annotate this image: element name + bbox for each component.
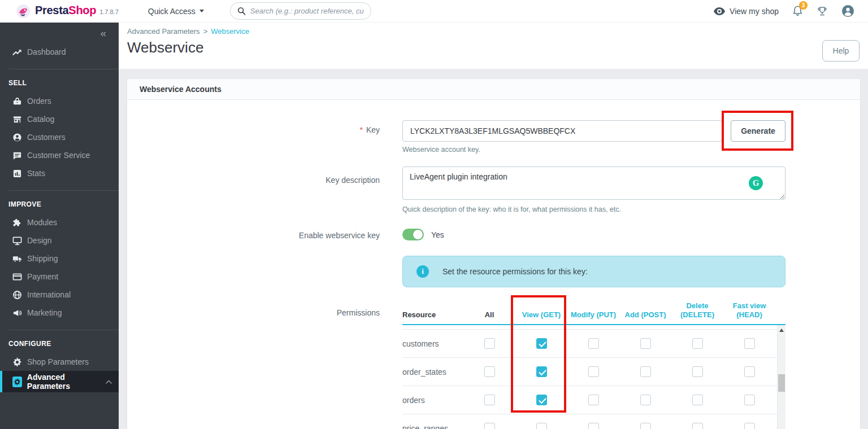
generate-button[interactable]: Generate [731,120,785,142]
help-button[interactable]: Help [822,40,860,62]
checkbox-unchecked[interactable] [484,423,495,429]
table-row: orders [402,386,777,414]
checkbox-unchecked[interactable] [640,338,651,349]
sidebar-item-label: Catalog [27,115,54,124]
sidebar-item-design[interactable]: Design [0,231,119,249]
search-input[interactable] [250,7,364,15]
sidebar-collapse[interactable]: « [0,23,119,43]
checkbox-unchecked[interactable] [744,338,755,349]
checkbox-unchecked[interactable] [484,395,495,405]
checkbox-unchecked[interactable] [640,423,651,429]
search-bar[interactable] [230,2,371,20]
account-button[interactable] [841,5,854,17]
permission-cell [463,366,515,377]
checkbox-unchecked[interactable] [588,338,599,349]
sidebar-item-customer-service[interactable]: Customer Service [0,146,119,164]
checkbox-unchecked[interactable] [692,395,703,405]
trending-chart-icon [12,47,22,57]
sidebar-item-customers[interactable]: Customers [0,128,119,146]
view-my-shop-link[interactable]: View my shop [714,7,779,16]
checkbox-unchecked[interactable] [484,338,495,349]
gear-icon [12,357,22,367]
sidebar-item-shipping[interactable]: Shipping [0,249,119,268]
resource-name: price_ranges [402,424,463,429]
permissions-label: Permissions [127,300,402,429]
permission-cell [723,338,775,349]
checkbox-unchecked[interactable] [640,395,651,405]
resource-name: customers [402,339,463,348]
trophy-icon [817,6,828,17]
caret-down-icon [199,10,204,12]
achievements-button[interactable] [817,6,828,17]
checkbox-unchecked[interactable] [692,423,703,429]
monitor-icon [12,236,22,246]
checkbox-unchecked[interactable] [692,366,703,377]
avatar-icon [841,5,854,17]
checkbox-checked[interactable] [536,395,547,405]
checkbox-unchecked[interactable] [640,366,651,377]
chevron-up-icon [106,380,112,384]
description-row: Key description LiveAgent plugin integra… [127,167,860,213]
checkbox-unchecked[interactable] [536,423,547,429]
breadcrumb-parent-link[interactable]: Advanced Parameters [127,27,200,36]
column-header-fast-view: Fast view (HEAD) [723,301,775,325]
quick-access-dropdown[interactable]: Quick Access [148,7,204,16]
checkbox-unchecked[interactable] [588,366,599,377]
enable-toggle[interactable] [402,229,424,240]
checkbox-unchecked[interactable] [744,395,755,405]
checkbox-checked[interactable] [536,366,547,377]
scrollbar-thumb[interactable] [778,374,785,392]
sidebar-item-label: Payment [27,272,58,281]
globe-icon [12,290,22,300]
permission-cell [463,423,515,429]
key-input[interactable] [402,120,722,142]
sidebar-item-marketing[interactable]: Marketing [0,304,119,322]
eye-icon [714,7,725,15]
checkbox-unchecked[interactable] [744,423,755,429]
sidebar-item-catalog[interactable]: Catalog [0,110,119,128]
sidebar: « Dashboard SELL Orders Catalog [0,23,119,429]
sidebar-item-shop-parameters[interactable]: Shop Parameters [0,353,119,371]
checkbox-unchecked[interactable] [484,366,495,377]
resource-name: order_states [402,367,463,377]
checkbox-unchecked[interactable] [588,423,599,429]
sidebar-item-label: Shipping [27,254,58,263]
key-row: *Key Generate Webservice account key. [127,120,860,154]
sidebar-item-stats[interactable]: Stats [0,164,119,182]
sidebar-item-dashboard[interactable]: Dashboard [0,43,119,61]
permission-cell [723,423,775,429]
brand-name-primary: Presta [35,4,68,17]
required-asterisk: * [359,125,362,134]
key-field-group: Generate Webservice account key. [402,120,785,154]
table-row: customers [402,330,777,358]
sidebar-item-international[interactable]: International [0,286,119,304]
table-scrollbar[interactable] [777,325,785,429]
permission-cell [567,423,619,429]
sidebar-item-advanced-parameters[interactable]: Advanced Parameters [0,371,119,392]
notifications-button[interactable]: 3 [792,5,803,17]
alert-row: i Set the resource permissions for this … [127,256,860,287]
gear-icon-active [12,377,22,387]
checkbox-unchecked[interactable] [692,338,703,349]
permission-cell [671,366,723,377]
panel-title: Webservice Accounts [127,79,860,100]
description-field-group: LiveAgent plugin integration G Quick des… [402,167,785,213]
grammarly-icon[interactable]: G [749,176,763,190]
key-description-textarea[interactable]: LiveAgent plugin integration [402,167,785,200]
checkbox-checked[interactable] [536,338,547,349]
sidebar-item-label: Design [27,236,52,245]
sidebar-item-payment[interactable]: Payment [0,268,119,286]
scrollbar-up-arrow[interactable] [779,329,784,332]
column-header-add-post: Add (POST) [619,310,671,324]
sidebar-item-modules[interactable]: Modules [0,213,119,231]
checkbox-unchecked[interactable] [744,366,755,377]
prestashop-logo[interactable]: PrestaShop 1.7.8.7 [16,4,119,19]
sidebar-section-configure: CONFIGURE [0,330,119,353]
permission-cell [567,338,619,349]
breadcrumb-current-link[interactable]: Webservice [211,27,249,36]
sidebar-item-orders[interactable]: Orders [0,92,119,110]
prestashop-admin: PrestaShop 1.7.8.7 Quick Access View my … [0,0,868,429]
permission-cell [463,338,515,349]
credit-card-icon [12,272,22,282]
checkbox-unchecked[interactable] [588,395,599,405]
